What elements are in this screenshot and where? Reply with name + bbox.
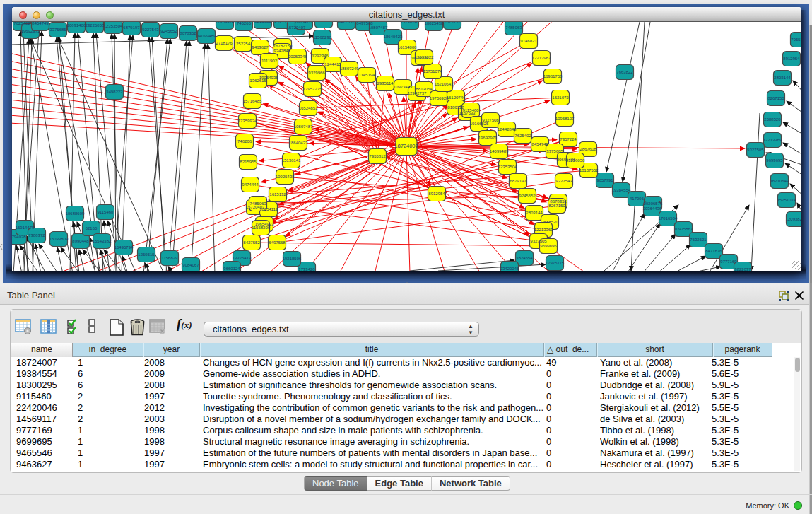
- svg-text:12353504: 12353504: [498, 165, 517, 169]
- svg-text:13325419: 13325419: [233, 256, 252, 260]
- svg-text:9245652: 9245652: [160, 29, 177, 33]
- svg-text:746266: 746266: [237, 139, 252, 144]
- svg-text:10688609: 10688609: [66, 211, 85, 216]
- svg-text:9227543: 9227543: [142, 28, 159, 32]
- svg-text:7485063: 7485063: [505, 25, 522, 30]
- svg-text:1733426: 1733426: [298, 267, 315, 271]
- svg-text:6879197: 6879197: [123, 25, 140, 30]
- svg-text:6497568: 6497568: [269, 240, 286, 245]
- svg-text:20364436: 20364436: [643, 206, 662, 211]
- svg-text:6794028: 6794028: [12, 235, 26, 239]
- svg-text:3375685: 3375685: [49, 28, 66, 32]
- svg-text:12093822: 12093822: [786, 217, 801, 221]
- svg-text:12353504: 12353504: [104, 24, 123, 28]
- svg-text:9474444: 9474444: [242, 182, 259, 187]
- svg-text:18640423: 18640423: [289, 141, 308, 145]
- svg-text:2935114: 2935114: [377, 81, 394, 86]
- svg-text:15716485: 15716485: [243, 99, 262, 103]
- svg-text:8454749: 8454749: [32, 22, 49, 25]
- svg-text:1145194: 1145194: [359, 73, 376, 77]
- svg-text:2867608: 2867608: [579, 147, 596, 151]
- svg-text:9699695: 9699695: [766, 158, 783, 163]
- svg-text:11568290: 11568290: [313, 35, 332, 40]
- svg-text:8678352: 8678352: [180, 31, 196, 35]
- svg-text:8267150: 8267150: [767, 96, 784, 100]
- svg-text:20691406: 20691406: [67, 23, 86, 28]
- svg-text:12213369: 12213369: [763, 138, 782, 142]
- svg-text:3375685: 3375685: [546, 149, 563, 153]
- svg-text:7625402: 7625402: [13, 22, 30, 25]
- svg-text:3824554: 3824554: [516, 256, 533, 260]
- svg-text:9227543: 9227543: [555, 179, 572, 183]
- svg-text:17957275: 17957275: [303, 87, 322, 91]
- svg-text:12442848: 12442848: [498, 127, 517, 132]
- svg-text:14099489: 14099489: [490, 149, 509, 153]
- svg-text:15751074: 15751074: [777, 198, 796, 202]
- svg-text:10025438: 10025438: [425, 22, 444, 25]
- svg-text:17359924: 17359924: [238, 119, 257, 123]
- svg-text:12213967: 12213967: [532, 56, 551, 60]
- svg-text:8427552: 8427552: [243, 240, 260, 245]
- svg-text:7625402: 7625402: [514, 134, 531, 138]
- svg-text:18724007: 18724007: [394, 143, 418, 149]
- svg-text:8215955: 8215955: [254, 22, 271, 23]
- svg-text:9777169: 9777169: [720, 259, 737, 264]
- svg-text:12942737: 12942737: [408, 91, 427, 95]
- svg-text:23226058: 23226058: [86, 23, 105, 28]
- svg-text:15136141: 15136141: [282, 158, 301, 163]
- svg-text:16495794: 16495794: [114, 245, 134, 250]
- svg-text:2588520: 2588520: [541, 220, 558, 224]
- svg-text:9146821: 9146821: [520, 39, 537, 43]
- svg-text:1615132: 1615132: [444, 22, 461, 24]
- svg-text:16782759: 16782759: [273, 44, 293, 48]
- svg-text:16961758: 16961758: [543, 74, 563, 78]
- svg-text:16524851: 16524851: [299, 106, 318, 110]
- svg-text:252254: 252254: [236, 42, 251, 46]
- svg-text:16914479: 16914479: [16, 226, 35, 230]
- svg-text:9474444: 9474444: [274, 22, 291, 23]
- svg-text:8912954: 8912954: [428, 192, 445, 196]
- svg-text:15136141: 15136141: [401, 22, 420, 24]
- svg-text:12213369: 12213369: [534, 228, 553, 232]
- svg-text:9660124: 9660124: [223, 267, 240, 271]
- svg-text:10654112: 10654112: [259, 207, 278, 211]
- svg-text:9115460: 9115460: [98, 210, 114, 214]
- svg-text:17016504: 17016504: [659, 216, 678, 221]
- svg-text:7357224: 7357224: [560, 137, 577, 141]
- svg-text:1156829: 1156829: [162, 256, 179, 260]
- svg-text:9329966: 9329966: [308, 71, 325, 75]
- svg-text:9327505: 9327505: [747, 148, 764, 152]
- svg-text:16543382: 16543382: [93, 239, 112, 243]
- svg-text:1111902: 1111902: [261, 59, 278, 63]
- svg-text:20053346: 20053346: [288, 54, 307, 59]
- svg-text:16033809: 16033809: [49, 237, 69, 241]
- svg-text:17359924: 17359924: [216, 22, 235, 24]
- svg-text:18807249: 18807249: [340, 66, 359, 71]
- svg-text:9327508: 9327508: [482, 118, 499, 122]
- svg-text:16210643: 16210643: [435, 82, 454, 86]
- svg-text:8215955: 8215955: [240, 160, 257, 164]
- svg-text:7386372: 7386372: [28, 233, 45, 238]
- svg-text:19218506: 19218506: [283, 257, 302, 261]
- svg-text:23420046: 23420046: [500, 267, 519, 271]
- svg-text:19384554: 19384554: [612, 188, 631, 192]
- svg-text:62160: 62160: [86, 226, 98, 230]
- svg-text:2803144: 2803144: [526, 211, 543, 215]
- svg-text:417006: 417006: [630, 197, 645, 201]
- svg-text:17975115: 17975115: [546, 261, 565, 265]
- svg-text:7485063: 7485063: [249, 201, 266, 206]
- svg-text:10958107: 10958107: [555, 117, 575, 121]
- svg-text:10807487: 10807487: [369, 25, 388, 30]
- svg-text:9699695: 9699695: [540, 244, 557, 248]
- svg-text:10807487: 10807487: [294, 124, 313, 129]
- svg-text:8990448: 8990448: [72, 239, 89, 243]
- svg-text:1250515: 1250515: [138, 252, 155, 257]
- svg-text:18640423: 18640423: [384, 35, 403, 39]
- svg-text:7632621: 7632621: [690, 238, 707, 242]
- svg-text:9245652: 9245652: [519, 194, 536, 198]
- svg-text:16210643: 16210643: [770, 179, 789, 183]
- svg-text:6879197: 6879197: [510, 179, 526, 183]
- svg-text:8813054: 8813054: [416, 87, 433, 91]
- svg-text:9327505: 9327505: [530, 239, 547, 243]
- svg-text:7955812: 7955812: [791, 37, 801, 42]
